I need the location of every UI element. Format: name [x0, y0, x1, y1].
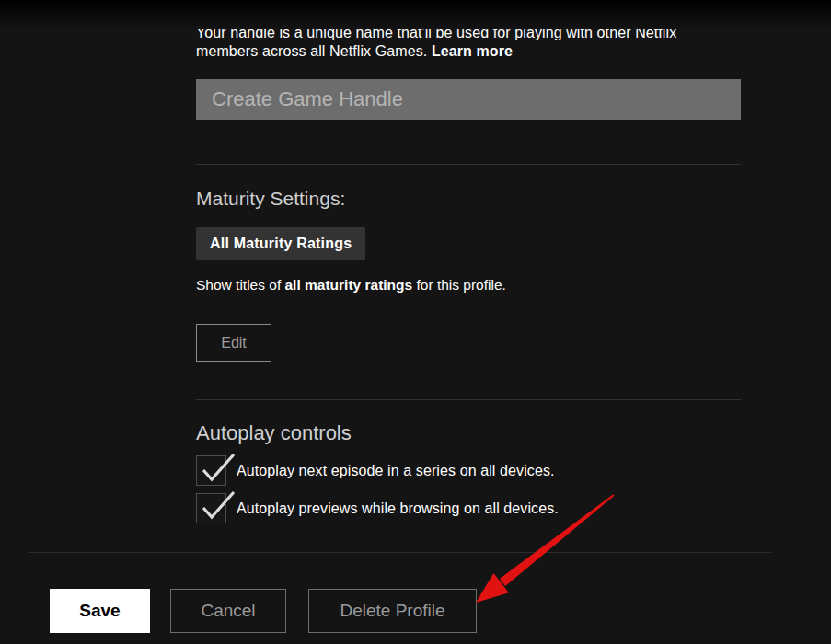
learn-more-link[interactable]: Learn more	[432, 43, 513, 59]
game-handle-input[interactable]	[196, 79, 741, 120]
section-divider	[196, 399, 741, 400]
delete-profile-button[interactable]: Delete Profile	[308, 589, 477, 633]
autoplay-previews-checkbox[interactable]	[196, 493, 226, 523]
maturity-description-bold: all maturity ratings	[285, 277, 413, 293]
game-handle-description: Your handle is a unique name that'll be …	[196, 29, 725, 61]
footer-divider	[28, 552, 771, 553]
checkmark-icon	[199, 489, 237, 527]
checkmark-icon	[199, 451, 237, 489]
game-handle-description-wrap: Your handle is a unique name that'll be …	[196, 29, 725, 63]
top-shadow-gradient	[0, 0, 831, 29]
red-arrow-head	[476, 573, 509, 603]
autoplay-previews-label: Autoplay previews while browsing on all …	[237, 500, 559, 517]
maturity-description-suffix: for this profile.	[412, 277, 506, 293]
cancel-button[interactable]: Cancel	[170, 589, 286, 633]
autoplay-controls-heading: Autoplay controls	[196, 421, 352, 445]
maturity-rating-badge: All Maturity Ratings	[196, 227, 365, 260]
edit-maturity-button[interactable]: Edit	[196, 324, 271, 362]
section-divider	[196, 164, 741, 165]
autoplay-previews-row: Autoplay previews while browsing on all …	[196, 493, 559, 523]
maturity-description-prefix: Show titles of	[196, 277, 285, 293]
maturity-description: Show titles of all maturity ratings for …	[196, 277, 506, 293]
autoplay-next-episode-label: Autoplay next episode in a series on all…	[237, 463, 555, 479]
maturity-settings-heading: Maturity Settings:	[196, 188, 345, 210]
save-button[interactable]: Save	[50, 589, 150, 633]
autoplay-next-episode-checkbox[interactable]	[196, 455, 226, 486]
autoplay-next-episode-row: Autoplay next episode in a series on all…	[196, 455, 555, 486]
